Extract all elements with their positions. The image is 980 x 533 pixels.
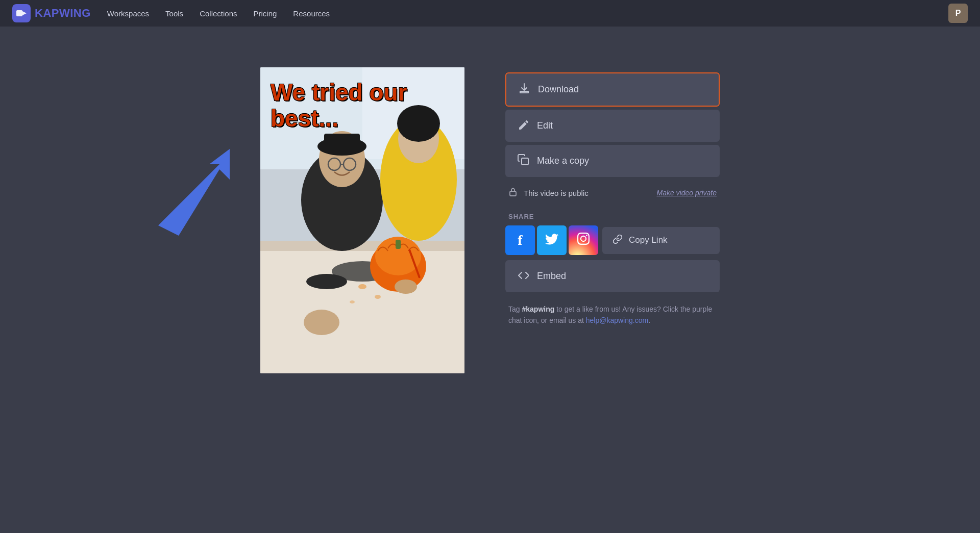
avatar[interactable]: P (948, 4, 968, 23)
nav-pricing[interactable]: Pricing (254, 9, 277, 18)
download-label: Download (538, 84, 579, 95)
share-heading: SHARE (505, 209, 720, 222)
make-copy-label: Make a copy (537, 156, 589, 166)
arrow-decoration (148, 144, 250, 246)
copy-icon (518, 154, 529, 168)
svg-point-25 (304, 310, 339, 335)
right-panel: Download Edit Make a copy (505, 67, 720, 326)
svg-rect-0 (16, 10, 22, 16)
twitter-icon (545, 233, 558, 248)
help-email-link[interactable]: help@kapwing.com (586, 316, 648, 324)
svg-rect-11 (324, 134, 360, 149)
logo-text: KAPWING (35, 7, 91, 20)
copy-link-button[interactable]: Copy Link (602, 227, 720, 254)
download-button[interactable]: Download (505, 72, 720, 107)
svg-marker-1 (22, 11, 27, 15)
svg-point-28 (350, 300, 355, 303)
svg-point-27 (375, 295, 381, 299)
link-icon (612, 234, 623, 247)
svg-point-24 (395, 280, 417, 294)
privacy-row: This video is public Make video private (505, 180, 720, 206)
download-icon (519, 83, 530, 96)
nav-links: Workspaces Tools Collections Pricing Res… (107, 9, 948, 18)
tag-note: Tag #kapwing to get a like from us! Any … (505, 295, 720, 326)
facebook-icon: f (518, 232, 522, 248)
make-copy-button[interactable]: Make a copy (505, 145, 720, 177)
make-private-link[interactable]: Make video private (656, 189, 717, 197)
copy-link-label: Copy Link (629, 235, 668, 245)
meme-image: We tried our best... (260, 67, 464, 373)
svg-point-26 (358, 284, 366, 289)
share-row: f (505, 225, 720, 255)
svg-rect-29 (522, 158, 528, 165)
embed-label: Embed (537, 271, 566, 282)
nav-tools[interactable]: Tools (165, 9, 183, 18)
embed-icon (518, 269, 529, 283)
image-panel: We tried our best... (260, 67, 464, 373)
nav-workspaces[interactable]: Workspaces (107, 9, 149, 18)
instagram-icon (577, 233, 590, 248)
main-content: We tried our best... Download Edit (0, 27, 980, 533)
svg-rect-6 (260, 241, 464, 373)
twitter-share-button[interactable] (537, 225, 567, 255)
instagram-share-button[interactable] (569, 225, 598, 255)
tag-hashtag: #kapwing (522, 305, 554, 313)
logo-icon (12, 4, 31, 22)
embed-button[interactable]: Embed (505, 260, 720, 292)
nav-collections[interactable]: Collections (200, 9, 237, 18)
privacy-label: This video is public (524, 189, 589, 197)
nav-resources[interactable]: Resources (293, 9, 330, 18)
edit-label: Edit (537, 120, 553, 131)
edit-button[interactable]: Edit (505, 110, 720, 142)
meme-text: We tried our best... (271, 80, 464, 131)
facebook-share-button[interactable]: f (505, 225, 535, 255)
svg-rect-30 (510, 191, 516, 196)
edit-icon (518, 119, 529, 133)
tag-prefix: Tag (508, 305, 522, 313)
svg-point-19 (306, 274, 347, 289)
navbar: KAPWING Workspaces Tools Collections Pri… (0, 0, 980, 27)
lock-icon (508, 187, 518, 198)
tag-suffix: . (648, 316, 650, 324)
svg-rect-22 (396, 240, 401, 249)
logo-link[interactable]: KAPWING (12, 4, 91, 22)
